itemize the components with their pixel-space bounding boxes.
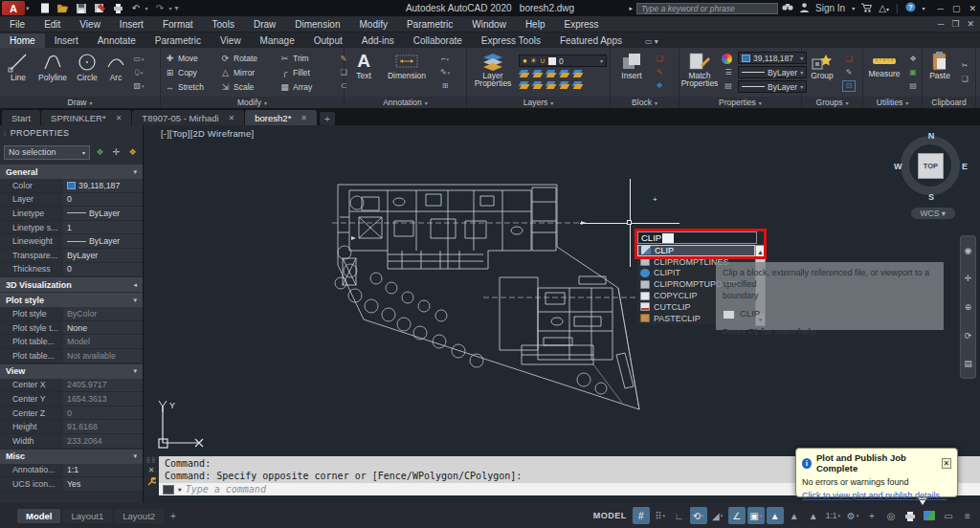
expand-arrow-icon[interactable]: ▾ xyxy=(133,297,137,304)
multileader-tool-icon[interactable]: ✎▾ xyxy=(438,67,452,78)
menu-view[interactable]: View xyxy=(70,16,110,33)
command-customize-wrench-icon[interactable] xyxy=(147,477,156,488)
polar-tracking-caret-icon[interactable]: ▾ xyxy=(702,513,704,518)
section-3d-visualization[interactable]: 3D Visualization◂ xyxy=(0,277,143,292)
menu-draw[interactable]: Draw xyxy=(244,16,285,33)
property-value[interactable]: Not available xyxy=(63,349,143,363)
array-button[interactable]: ▦Array xyxy=(279,79,335,94)
annotation-scale-icon[interactable]: 1:1▾ xyxy=(824,507,842,524)
ribbon-tab-view[interactable]: View xyxy=(211,33,251,48)
section-misc[interactable]: Misc▾ xyxy=(0,450,143,464)
select-objects-icon[interactable]: ✛ xyxy=(110,146,122,159)
snap-mode-caret-icon[interactable]: ▾ xyxy=(663,513,666,518)
annotation-scale-flag-icon[interactable]: ▲ xyxy=(805,507,822,524)
annotation-visibility-icon[interactable]: ▲ xyxy=(767,507,784,524)
full-navigation-wheel-icon[interactable]: ◉ xyxy=(965,246,972,255)
fillet-button[interactable]: ╭Fillet xyxy=(279,65,335,79)
ribbon-tab-express-tools[interactable]: Express Tools xyxy=(472,33,550,48)
ribbon-tab-collaborate[interactable]: Collaborate xyxy=(404,33,472,48)
snap-mode-icon[interactable]: ⠿▾ xyxy=(652,507,669,524)
menu-edit[interactable]: Edit xyxy=(34,16,70,33)
drawing-area[interactable]: [-][Top][2D Wireframe] xyxy=(144,125,980,503)
new-file-icon[interactable] xyxy=(39,3,52,14)
viewcube-west[interactable]: W xyxy=(894,162,902,171)
annotation-scale-caret-icon[interactable]: ▾ xyxy=(837,513,840,518)
dimension-button[interactable]: Dimension xyxy=(383,50,431,96)
object-snap-icon[interactable]: ▣▾ xyxy=(747,507,765,524)
workspace-switching-caret-icon[interactable]: ▾ xyxy=(857,513,859,518)
arc-button[interactable]: Arc xyxy=(103,50,128,96)
layer-lock-icon[interactable] xyxy=(559,69,569,78)
search-input[interactable]: Type a keyword or phrase xyxy=(636,3,778,14)
property-value[interactable]: 1654.3613 xyxy=(63,392,143,406)
group-edit-icon[interactable]: ✎ xyxy=(842,67,856,78)
file-tab-close-icon[interactable]: ✕ xyxy=(116,114,122,122)
move-button[interactable]: ✚Move xyxy=(165,51,220,65)
save-icon[interactable] xyxy=(76,3,88,14)
sign-in-caret-icon[interactable]: ▾ xyxy=(852,5,855,11)
property-value[interactable]: Yes xyxy=(63,477,143,491)
id-point-icon[interactable]: ▤ xyxy=(906,80,920,92)
search-binoculars-icon[interactable] xyxy=(782,3,793,13)
ribbon-display-toggle-icon[interactable]: ▭ ▾ xyxy=(639,35,664,48)
object-snap-tracking-icon[interactable]: ∠ xyxy=(728,507,746,524)
viewcube-south[interactable]: S xyxy=(928,192,934,202)
clipboard-panel-label[interactable]: Clipboard xyxy=(923,97,975,108)
layer-freeze-icon[interactable] xyxy=(546,69,556,78)
layout-tab-layout1[interactable]: Layout1 xyxy=(62,509,112,523)
menu-window[interactable]: Window xyxy=(462,16,516,33)
property-value[interactable]: ByLayer xyxy=(63,207,143,220)
grid-icon[interactable]: # xyxy=(633,507,650,524)
block-panel-label[interactable]: Block▾ xyxy=(611,97,679,108)
autocomplete-item-clip[interactable]: CLIP xyxy=(637,245,755,256)
autocad-logo-icon[interactable]: A xyxy=(2,1,25,15)
layer-match-icon[interactable] xyxy=(572,69,583,78)
menu-parametric[interactable]: Parametric xyxy=(397,16,462,33)
wcs-dropdown[interactable]: WCS ▾ xyxy=(911,208,955,219)
save-as-icon[interactable] xyxy=(94,3,106,14)
undo-icon[interactable]: ↶ xyxy=(130,3,143,14)
palette-grip-icon[interactable]: ⁞ xyxy=(4,129,7,138)
copy-clip-icon[interactable]: ❏ xyxy=(958,74,971,85)
ribbon-tab-manage[interactable]: Manage xyxy=(251,33,304,48)
menu-help[interactable]: Help xyxy=(516,16,555,33)
layer-dropdown[interactable]: ● ☀ ∪ 0 ▾ xyxy=(519,55,607,67)
layers-panel-label[interactable]: Layers▾ xyxy=(467,97,610,108)
property-value[interactable]: 1:1 xyxy=(63,464,143,477)
maximize-button[interactable]: ▢ xyxy=(952,4,961,13)
clean-screen-icon[interactable]: ▭ xyxy=(940,507,957,524)
help-caret-icon[interactable]: ▾ xyxy=(923,5,925,11)
menu-insert[interactable]: Insert xyxy=(110,16,153,33)
selection-dropdown[interactable]: No selection▾ xyxy=(4,145,90,160)
object-color-dropdown[interactable]: 39,118,187 ▾ xyxy=(738,52,807,64)
menu-format[interactable]: Format xyxy=(153,16,203,33)
stretch-button[interactable]: ↔Stretch xyxy=(165,79,220,94)
menu-tools[interactable]: Tools xyxy=(203,16,244,33)
viewcube-top-face[interactable]: TOP xyxy=(918,153,944,179)
file-tab-close-icon[interactable]: ✕ xyxy=(229,114,235,122)
file-tab-boresh2-[interactable]: boresh2*✕ xyxy=(245,110,317,125)
circle-button[interactable]: Circle xyxy=(73,50,101,96)
property-value[interactable]: 39,118,187 xyxy=(63,179,143,192)
notification-details-link[interactable]: Click to view plot and publish details..… xyxy=(802,491,951,500)
scale-button[interactable]: ⇲Scale xyxy=(220,79,279,94)
zoom-extents-icon[interactable]: ⊕ xyxy=(965,302,972,312)
block-attributes-icon[interactable]: ❖ xyxy=(653,80,666,92)
property-value[interactable]: Model xyxy=(63,335,143,348)
viewcube-east[interactable]: E xyxy=(962,162,968,171)
lineweight-dropdown[interactable]: ByLayer ▾ xyxy=(738,80,807,93)
user-icon[interactable] xyxy=(800,3,809,14)
command-autocomplete-input[interactable]: CLIP xyxy=(637,231,757,244)
doc-close-button[interactable]: ✕ xyxy=(967,19,974,29)
expand-arrow-icon[interactable]: ▾ xyxy=(133,367,137,375)
plot-icon[interactable] xyxy=(112,3,124,14)
layer-walk-icon[interactable] xyxy=(572,80,583,90)
search-collapse-icon[interactable]: ▸ xyxy=(630,5,634,12)
ribbon-tab-parametric[interactable]: Parametric xyxy=(145,33,211,48)
file-tab-close-icon[interactable]: ✕ xyxy=(301,114,307,122)
layer-off-icon[interactable] xyxy=(519,69,529,78)
viewcube-north[interactable]: N xyxy=(928,131,935,141)
mirror-button[interactable]: △Mirror xyxy=(220,65,279,79)
linetype-dropdown[interactable]: ByLayer ▾ xyxy=(738,66,807,78)
viewcube[interactable]: N S W E TOP xyxy=(900,135,963,198)
